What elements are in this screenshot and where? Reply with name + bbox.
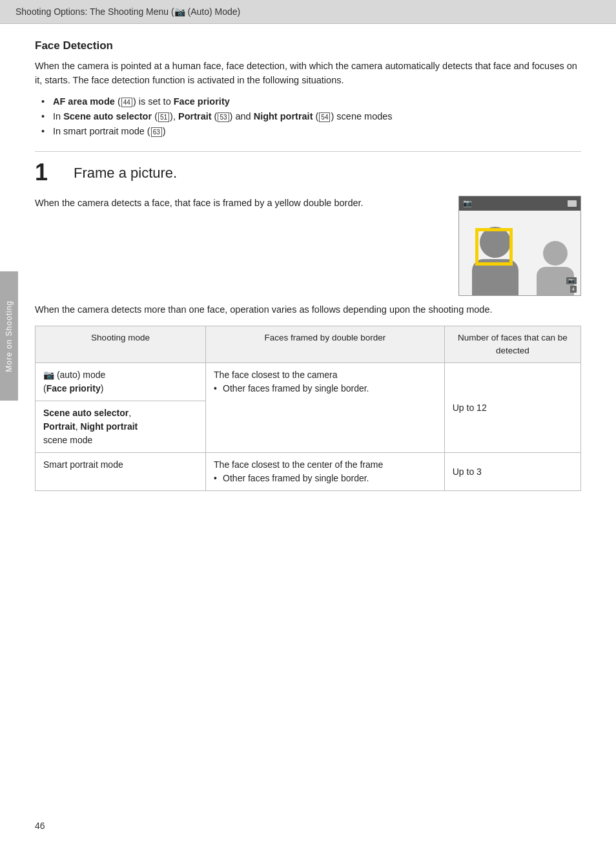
bullet-list: AF area mode (44) is set to Face priorit…	[35, 94, 581, 140]
main-content: Face Detection When the camera is pointe…	[0, 24, 616, 517]
step-divider	[35, 151, 581, 152]
faces-bullet-item-smart: Other faces framed by single border.	[214, 472, 436, 485]
vf-number-icon: 4	[570, 286, 577, 293]
list-item: In Scene auto selector (51), Portrait (5…	[41, 109, 581, 124]
vf-icon-battery	[568, 200, 577, 207]
vf-bottom-right-icons: 📷 4	[566, 277, 577, 293]
bold-night: Night portrait	[254, 111, 313, 121]
face-detection-frame	[477, 230, 511, 264]
intro-text: When the camera is pointed at a human fa…	[35, 59, 581, 88]
step-row: 1 Frame a picture.	[35, 161, 581, 184]
ref-53: 53	[218, 112, 229, 122]
table-cell-faces-shared: The face closest to the camera Other fac…	[206, 363, 445, 453]
vf-topbar: 📷	[459, 196, 580, 211]
bold-portrait2: Portrait	[43, 421, 76, 432]
faces-bullet-list: Other faces framed by single border.	[214, 382, 436, 395]
vf-mode-icon: 📷	[566, 277, 577, 284]
table-cell-mode-scene: Scene auto selector, Portrait, Night por…	[36, 401, 206, 453]
person-main-body	[472, 259, 518, 295]
table-row: 📷 (auto) mode(Face priority) The face cl…	[36, 363, 581, 401]
person-bg-head	[543, 241, 568, 266]
vf-camera-icon: 📷	[463, 199, 472, 207]
table-cell-num-3: Up to 3	[444, 453, 580, 491]
table-cell-faces-smart: The face closest to the center of the fr…	[206, 453, 445, 491]
faces-bullet-item: Other faces framed by single border.	[214, 382, 436, 395]
header-text: Shooting Options: The Shooting Menu (📷 (…	[15, 6, 240, 17]
side-tab-label: More on Shooting	[5, 300, 14, 372]
side-tab: More on Shooting	[0, 271, 18, 401]
table-row: Smart portrait mode The face closest to …	[36, 453, 581, 491]
table-header: Shooting mode Faces framed by double bor…	[36, 326, 581, 363]
list-item: In smart portrait mode (63)	[41, 124, 581, 139]
step-body: When the camera detects a face, that fac…	[35, 196, 581, 296]
bold-face-priority: Face priority	[46, 383, 101, 393]
ref-51: 51	[158, 112, 169, 122]
col-header-num: Number of faces that can be detected	[444, 326, 580, 363]
table-body: 📷 (auto) mode(Face priority) The face cl…	[36, 363, 581, 491]
detection-table: Shooting mode Faces framed by double bor…	[35, 326, 581, 492]
page-number: 46	[35, 821, 45, 831]
list-item: AF area mode (44) is set to Face priorit…	[41, 94, 581, 109]
faces-bullet-list-smart: Other faces framed by single border.	[214, 472, 436, 485]
bold-af: AF area mode	[53, 96, 115, 107]
vf-topbar-right	[568, 200, 577, 207]
step-number: 1	[35, 161, 56, 184]
ref-63: 63	[151, 127, 162, 137]
table-cell-mode-smart: Smart portrait mode	[36, 453, 206, 491]
section-heading: Face Detection	[35, 39, 581, 52]
table-cell-num-12: Up to 12	[444, 363, 580, 453]
bold-night2: Night portrait	[81, 421, 138, 432]
table-header-row: Shooting mode Faces framed by double bor…	[36, 326, 581, 363]
operation-text: When the camera detects more than one fa…	[35, 302, 581, 317]
bold-sas: Scene auto selector	[63, 111, 152, 121]
table-cell-mode-auto: 📷 (auto) mode(Face priority)	[36, 363, 206, 401]
step-description: When the camera detects a face, that fac…	[35, 196, 443, 210]
bold-scene: Scene auto selector	[43, 408, 128, 418]
step-title: Frame a picture.	[74, 165, 177, 182]
ref-54: 54	[319, 112, 330, 122]
col-header-faces: Faces framed by double border	[206, 326, 445, 363]
page-header: Shooting Options: The Shooting Menu (📷 (…	[0, 0, 616, 24]
bold-fp: Face priority	[174, 96, 230, 107]
bold-portrait: Portrait	[178, 111, 212, 121]
viewfinder-illustration: 📷	[458, 196, 581, 296]
vf-body: 📷 4	[459, 211, 580, 295]
col-header-mode: Shooting mode	[36, 326, 206, 363]
ref-44: 44	[121, 98, 132, 107]
